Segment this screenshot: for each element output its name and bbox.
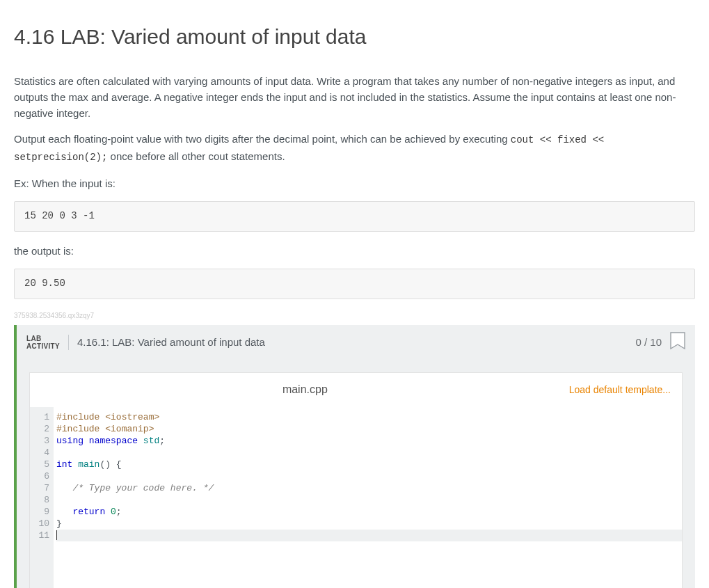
bookmark-icon[interactable] (670, 332, 685, 353)
description-paragraph-1: Statistics are often calculated with var… (14, 73, 695, 122)
example-output-label: the output is: (14, 243, 695, 259)
activity-badge-line2: ACTIVITY (26, 342, 60, 350)
line-number-gutter: 1234567891011 (30, 407, 54, 588)
watermark-text: 375938.2534356.qx3zqy7 (14, 310, 695, 321)
activity-header: LAB ACTIVITY 4.16.1: LAB: Varied amount … (17, 325, 695, 360)
activity-body: main.cpp Load default template... 123456… (17, 360, 695, 588)
p2-pre: Output each floating-point value with tw… (14, 133, 511, 145)
example-input-label: Ex: When the input is: (14, 175, 695, 191)
p2-post: once before all other cout statements. (107, 150, 285, 162)
lab-activity-container: LAB ACTIVITY 4.16.1: LAB: Varied amount … (14, 325, 695, 588)
code-editor[interactable]: 1234567891011 #include <iostream>#includ… (30, 407, 682, 588)
example-input-block: 15 20 0 3 -1 (14, 201, 695, 232)
activity-badge: LAB ACTIVITY (26, 335, 69, 350)
description-paragraph-2: Output each floating-point value with tw… (14, 131, 695, 165)
load-default-template-link[interactable]: Load default template... (569, 383, 671, 398)
activity-score: 0 / 10 (635, 334, 662, 350)
code-editor-card: main.cpp Load default template... 123456… (29, 372, 683, 588)
activity-badge-line1: LAB (26, 335, 60, 342)
editor-filename: main.cpp (41, 381, 569, 399)
page-title: 4.16 LAB: Varied amount of input data (14, 21, 695, 54)
code-content[interactable]: #include <iostream>#include <iomanip>usi… (54, 407, 682, 588)
example-output-block: 20 9.50 (14, 269, 695, 299)
editor-toolbar: main.cpp Load default template... (30, 373, 682, 407)
activity-title: 4.16.1: LAB: Varied amount of input data (69, 334, 265, 350)
